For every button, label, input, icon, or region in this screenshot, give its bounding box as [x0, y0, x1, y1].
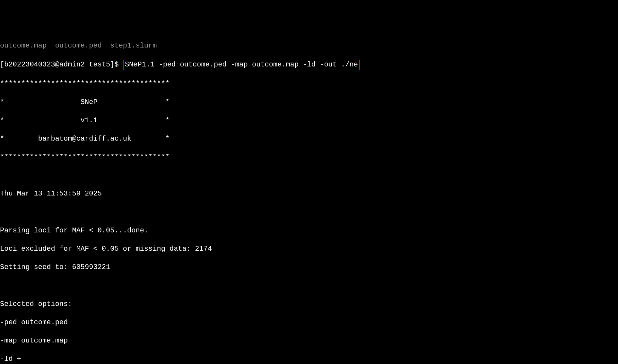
option-ld-line: -ld + [0, 355, 618, 364]
command-text[interactable]: SNeP1.1 -ped outcome.ped -map outcome.ma… [125, 61, 358, 69]
option-ped-line: -ped outcome.ped [0, 318, 618, 327]
banner-line-email: * barbatom@cardiff.ac.uk * [0, 134, 618, 144]
banner-line-bottom: **************************************** [0, 153, 618, 162]
command-highlight-box: SNeP1.1 -ped outcome.ped -map outcome.ma… [123, 60, 360, 70]
loci-excluded-line: Loci excluded for MAF < 0.05 or missing … [0, 245, 618, 254]
blank-line [0, 281, 618, 290]
selected-options-header: Selected options: [0, 300, 618, 309]
blank-line [0, 208, 618, 217]
banner-line-top: **************************************** [0, 79, 618, 89]
banner-line-version: * v1.1 * [0, 116, 618, 126]
parsing-maf-line: Parsing loci for MAF < 0.05...done. [0, 226, 618, 236]
blank-line [0, 171, 618, 180]
shell-prompt: [b20223040323@admin2 test5]$ [0, 61, 123, 69]
seed-line: Setting seed to: 605993221 [0, 263, 618, 272]
option-map-line: -map outcome.map [0, 336, 618, 346]
prompt-line: [b20223040323@admin2 test5]$ SNeP1.1 -pe… [0, 60, 618, 70]
partial-previous-line: outcome.map outcome.ped step1.slurm [0, 41, 618, 51]
terminal-window[interactable]: outcome.map outcome.ped step1.slurm [b20… [0, 37, 618, 364]
timestamp-line: Thu Mar 13 11:53:59 2025 [0, 189, 618, 199]
banner-line-name: * SNeP * [0, 98, 618, 107]
